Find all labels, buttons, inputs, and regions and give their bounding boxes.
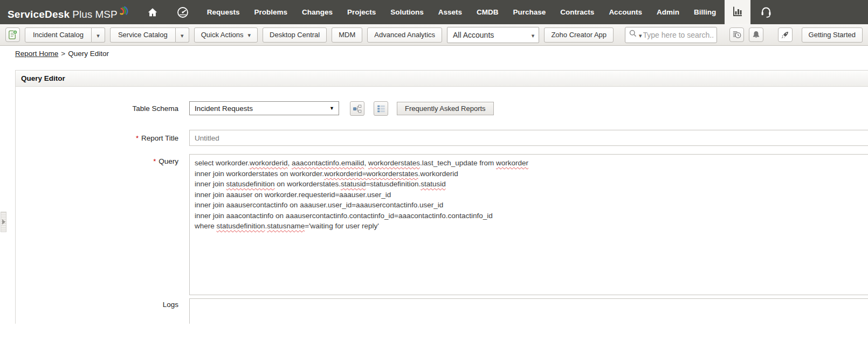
incident-catalog-caret[interactable]	[92, 27, 105, 43]
secondary-toolbar: Incident Catalog Service Catalog Quick A…	[0, 24, 868, 46]
service-catalog-dropdown: Service Catalog	[110, 27, 189, 43]
expand-sidebar-icon[interactable]	[1, 212, 6, 232]
home-icon[interactable]	[146, 5, 160, 19]
top-navbar: ServiceDesk Plus MSP RequestsProblemsCha…	[0, 0, 868, 24]
desktop-central-button[interactable]: Desktop Central	[263, 27, 327, 43]
chevron-down-icon	[181, 30, 184, 40]
query-label: *Query	[16, 157, 178, 165]
table-list-icon[interactable]	[374, 101, 388, 116]
chevron-down-icon	[248, 31, 251, 39]
nav-item-requests[interactable]: Requests	[207, 8, 240, 16]
panel-title: Query Editor	[16, 71, 868, 87]
nav-item-assets[interactable]: Assets	[438, 8, 462, 16]
chevron-down-icon	[97, 30, 100, 40]
advanced-analytics-button[interactable]: Advanced Analytics	[367, 27, 442, 43]
nav-item-accounts[interactable]: Accounts	[609, 8, 642, 16]
nav-item-problems[interactable]: Problems	[254, 8, 287, 16]
breadcrumb: Report Home>Query Editor	[15, 50, 109, 58]
query-line: select workorder.workorderid, aaacontact…	[195, 158, 864, 169]
quick-actions-label: Quick Actions	[201, 31, 244, 39]
select-arrow-icon: ▼	[329, 106, 334, 111]
main-nav-items: RequestsProblemsChangesProjectsSolutions…	[207, 8, 716, 16]
report-title-label: *Report Title	[16, 134, 178, 142]
nav-item-admin[interactable]: Admin	[657, 8, 679, 16]
search-icon	[629, 29, 638, 40]
logo-swirl-icon	[116, 5, 128, 22]
logo-text-bold: ServiceDesk	[8, 9, 70, 20]
query-line: inner join statusdefinition on workorder…	[195, 179, 864, 190]
table-schema-label: Table Schema	[16, 104, 178, 113]
chevron-down-icon	[532, 31, 535, 39]
incident-catalog-button[interactable]: Incident Catalog	[25, 27, 92, 43]
nav-item-solutions[interactable]: Solutions	[390, 8, 424, 16]
service-catalog-button[interactable]: Service Catalog	[110, 27, 176, 43]
schema-tree-icon[interactable]	[350, 101, 364, 116]
global-search-box	[625, 27, 717, 43]
new-request-icon[interactable]	[5, 27, 20, 42]
report-title-input[interactable]	[189, 130, 868, 146]
query-editor-panel: Query Editor Table Schema Incident Reque…	[15, 70, 868, 324]
search-scope-caret-icon[interactable]	[639, 30, 642, 40]
tab-reports-active[interactable]	[725, 0, 750, 24]
nav-item-changes[interactable]: Changes	[302, 8, 333, 16]
breadcrumb-separator: >	[61, 50, 65, 58]
quick-actions-button[interactable]: Quick Actions	[194, 27, 258, 43]
nav-item-projects[interactable]: Projects	[347, 8, 376, 16]
accounts-filter-select[interactable]: All Accounts	[447, 27, 539, 43]
mdm-button[interactable]: MDM	[332, 27, 362, 43]
frequently-asked-reports-button[interactable]: Frequently Asked Reports	[397, 102, 494, 115]
app-logo: ServiceDesk Plus MSP	[8, 4, 129, 20]
service-catalog-caret[interactable]	[176, 27, 189, 43]
query-line: inner join workorderstates on workorder.…	[195, 169, 864, 179]
query-line: inner join aaauser on workorder.requeste…	[195, 190, 864, 200]
required-marker: *	[153, 157, 156, 165]
logs-textarea[interactable]	[189, 298, 868, 324]
query-line: where statusdefinition.statusname='waiti…	[195, 221, 864, 232]
query-line: inner join aaacontactinfo on aaausercont…	[195, 211, 864, 221]
accounts-filter-value: All Accounts	[453, 31, 494, 39]
bell-icon[interactable]	[749, 27, 763, 42]
query-textarea[interactable]: select workorder.workorderid, aaacontact…	[189, 154, 868, 295]
breadcrumb-current: Query Editor	[68, 50, 109, 58]
nav-item-cmdb[interactable]: CMDB	[477, 8, 499, 16]
headset-icon[interactable]	[758, 4, 774, 20]
rocket-icon[interactable]	[778, 27, 793, 42]
search-input[interactable]	[643, 31, 713, 39]
table-schema-select[interactable]: Incident Requests ▼	[189, 101, 339, 115]
getting-started-button[interactable]: Getting Started	[802, 27, 863, 43]
zoho-creator-app-button[interactable]: Zoho Creator App	[544, 27, 614, 43]
table-schema-value: Incident Requests	[195, 104, 253, 113]
gauge-icon[interactable]	[176, 5, 190, 19]
logo-text-light: Plus MSP	[72, 9, 117, 20]
right-arrow-icon	[2, 219, 5, 225]
nav-item-purchase[interactable]: Purchase	[513, 8, 546, 16]
nav-item-billing[interactable]: Billing	[694, 8, 716, 16]
recent-history-icon[interactable]	[729, 27, 744, 42]
query-line: inner join aaausercontactinfo on aaauser…	[195, 200, 864, 211]
breadcrumb-report-home-link[interactable]: Report Home	[15, 50, 58, 58]
nav-item-contracts[interactable]: Contracts	[560, 8, 594, 16]
logs-label: Logs	[16, 301, 178, 309]
incident-catalog-dropdown: Incident Catalog	[25, 27, 105, 43]
required-marker: *	[136, 134, 139, 142]
bar-chart-icon	[731, 5, 744, 20]
